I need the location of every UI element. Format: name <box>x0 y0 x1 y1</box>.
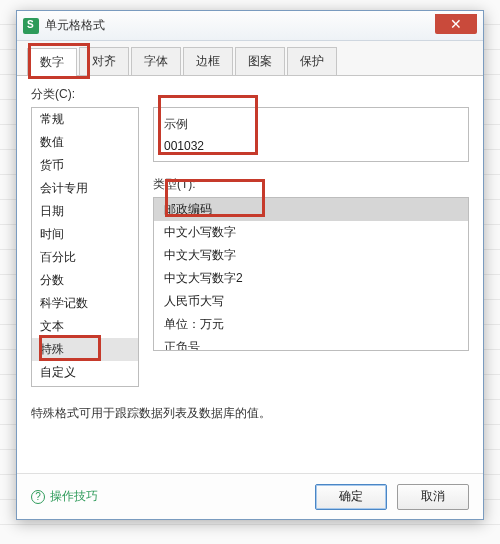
cat-number[interactable]: 数值 <box>32 131 138 154</box>
type-postal[interactable]: 邮政编码 <box>154 198 468 221</box>
tab-bar: 数字 对齐 字体 边框 图案 保护 <box>17 41 483 76</box>
close-button[interactable]: ✕ <box>435 14 477 34</box>
tips-icon: ? <box>31 490 45 504</box>
type-sign[interactable]: 正负号 <box>154 336 468 351</box>
category-label: 分类(C): <box>31 86 469 103</box>
tab-number[interactable]: 数字 <box>27 48 77 76</box>
cat-percent[interactable]: 百分比 <box>32 246 138 269</box>
cat-accounting[interactable]: 会计专用 <box>32 177 138 200</box>
cat-general[interactable]: 常规 <box>32 108 138 131</box>
type-rmb[interactable]: 人民币大写 <box>154 290 468 313</box>
cancel-button[interactable]: 取消 <box>397 484 469 510</box>
example-label: 示例 <box>164 116 458 133</box>
tab-alignment[interactable]: 对齐 <box>79 47 129 75</box>
window-title: 单元格格式 <box>45 17 435 34</box>
description-text: 特殊格式可用于跟踪数据列表及数据库的值。 <box>31 405 469 422</box>
tab-border[interactable]: 边框 <box>183 47 233 75</box>
type-cn-upper2[interactable]: 中文大写数字2 <box>154 267 468 290</box>
cat-time[interactable]: 时间 <box>32 223 138 246</box>
type-wan[interactable]: 单位：万元 <box>154 313 468 336</box>
cat-special[interactable]: 特殊 <box>32 338 138 361</box>
app-icon <box>23 18 39 34</box>
cat-date[interactable]: 日期 <box>32 200 138 223</box>
close-icon: ✕ <box>450 16 462 32</box>
tab-font[interactable]: 字体 <box>131 47 181 75</box>
cat-text[interactable]: 文本 <box>32 315 138 338</box>
type-list[interactable]: 邮政编码 中文小写数字 中文大写数字 中文大写数字2 人民币大写 单位：万元 正… <box>153 197 469 351</box>
cat-custom[interactable]: 自定义 <box>32 361 138 384</box>
dialog-footer: ? 操作技巧 确定 取消 <box>17 473 483 519</box>
format-cells-dialog: 单元格格式 ✕ 数字 对齐 字体 边框 图案 保护 分类(C): 常规 数值 货… <box>16 10 484 520</box>
example-box: 示例 001032 <box>153 107 469 162</box>
titlebar[interactable]: 单元格格式 ✕ <box>17 11 483 41</box>
dialog-body: 分类(C): 常规 数值 货币 会计专用 日期 时间 百分比 分数 科学记数 文… <box>17 76 483 478</box>
type-label: 类型(T): <box>153 176 469 193</box>
tab-pattern[interactable]: 图案 <box>235 47 285 75</box>
tips-label: 操作技巧 <box>50 488 98 505</box>
category-list[interactable]: 常规 数值 货币 会计专用 日期 时间 百分比 分数 科学记数 文本 特殊 自定… <box>31 107 139 387</box>
tab-protection[interactable]: 保护 <box>287 47 337 75</box>
type-cn-upper[interactable]: 中文大写数字 <box>154 244 468 267</box>
type-cn-lower[interactable]: 中文小写数字 <box>154 221 468 244</box>
tips-link[interactable]: ? 操作技巧 <box>31 488 305 505</box>
cat-scientific[interactable]: 科学记数 <box>32 292 138 315</box>
cat-fraction[interactable]: 分数 <box>32 269 138 292</box>
right-column: 示例 001032 类型(T): 邮政编码 中文小写数字 中文大写数字 中文大写… <box>153 107 469 387</box>
ok-button[interactable]: 确定 <box>315 484 387 510</box>
example-value: 001032 <box>164 139 458 153</box>
cat-currency[interactable]: 货币 <box>32 154 138 177</box>
